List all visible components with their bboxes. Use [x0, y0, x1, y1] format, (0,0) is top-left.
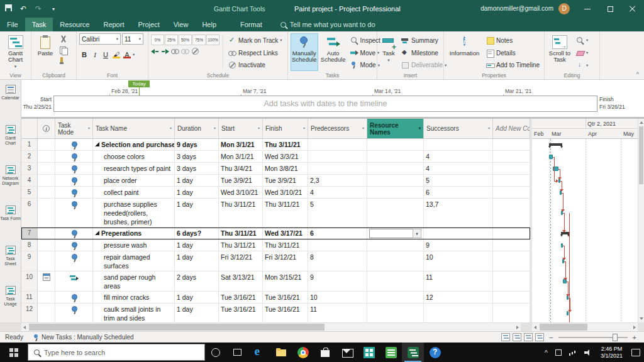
cell-task-name[interactable]: collect paint: [93, 187, 175, 198]
cell-resource-names[interactable]: [367, 163, 424, 174]
cell-task-name[interactable]: research types of paint: [93, 163, 175, 174]
cell-finish[interactable]: Tue 3/16/21: [263, 292, 308, 303]
cell-duration[interactable]: 3 days: [175, 151, 219, 162]
cell-task-mode[interactable]: [55, 199, 93, 227]
edge-icon[interactable]: [248, 343, 270, 362]
help-icon[interactable]: [424, 343, 446, 362]
minimize-button[interactable]: [576, 0, 599, 18]
cell-task-mode[interactable]: [55, 175, 93, 186]
cell-indicators[interactable]: [38, 272, 55, 291]
insert-deliverable-button[interactable]: Deliverable ▾: [399, 59, 448, 71]
cell-predecessors[interactable]: 10: [308, 292, 367, 303]
zoom-slider[interactable]: [558, 337, 628, 338]
gantt-chart-view-button[interactable]: Gantt Chart ▾: [3, 33, 28, 71]
cell-duration[interactable]: 1 day: [175, 251, 219, 271]
cell-predecessors[interactable]: 9: [308, 272, 367, 291]
outdent-task-icon[interactable]: [151, 47, 159, 55]
cell-predecessors[interactable]: [308, 151, 367, 162]
cell-add-new[interactable]: [493, 187, 530, 198]
cell-finish[interactable]: Mon 3/15/21: [263, 272, 308, 291]
cell-duration[interactable]: 6 days?: [175, 228, 219, 239]
cell-predecessors[interactable]: [308, 163, 367, 174]
status-view-team-planner-icon[interactable]: [524, 333, 533, 341]
unlink-tasks-icon[interactable]: [181, 47, 189, 55]
cell-successors[interactable]: 11: [424, 272, 493, 291]
cell-indicators[interactable]: [38, 239, 55, 251]
chevron-down-icon[interactable]: ▾: [133, 52, 135, 57]
tab-file[interactable]: File: [0, 18, 25, 31]
cell-resource-names[interactable]: [367, 304, 424, 322]
cell-successors[interactable]: 5: [424, 175, 493, 186]
project-icon[interactable]: [402, 343, 424, 362]
copy-icon[interactable]: [58, 45, 69, 55]
cell-add-new[interactable]: [493, 175, 530, 186]
split-task-icon[interactable]: [191, 47, 199, 55]
paste-button[interactable]: Paste: [34, 33, 57, 71]
cell-start[interactable]: Mon 3/1/21: [219, 139, 263, 150]
cell-duration[interactable]: 1 day: [175, 292, 219, 303]
save-icon[interactable]: [4, 4, 13, 13]
row-number[interactable]: 6: [21, 199, 38, 227]
cell-resource-names[interactable]: [367, 175, 424, 186]
cell-task-mode[interactable]: [55, 163, 93, 174]
row-number[interactable]: 9: [21, 251, 38, 271]
taskbar-search-input[interactable]: Type here to search: [28, 344, 205, 361]
row-number[interactable]: 1: [21, 139, 38, 150]
scroll-left-icon[interactable]: [23, 326, 26, 329]
tab-help[interactable]: Help: [195, 18, 223, 31]
row-number[interactable]: 7: [21, 228, 38, 239]
cell-finish[interactable]: Wed 3/3/21: [263, 151, 308, 162]
cell-finish[interactable]: Fri 3/12/21: [263, 251, 308, 271]
tab-format[interactable]: Format: [233, 18, 269, 31]
mark-on-track-button[interactable]: Mark on Track ▾: [226, 35, 284, 47]
table-horizontal-scrollbar[interactable]: [21, 322, 521, 331]
cell-successors[interactable]: 12: [424, 292, 493, 303]
cell-finish[interactable]: Mon 3/8/21: [263, 163, 308, 174]
scroll-down-icon[interactable]: [640, 317, 643, 320]
zoom-slider-thumb[interactable]: [613, 334, 618, 341]
cell-indicators[interactable]: [38, 251, 55, 271]
row-number[interactable]: 11: [21, 292, 38, 303]
scroll-right-icon[interactable]: [516, 326, 519, 329]
column-header-resource-names[interactable]: Resource Names▾: [367, 119, 424, 138]
font-size-select[interactable]: 11 ▾: [122, 33, 143, 45]
cell-predecessors[interactable]: [308, 239, 367, 251]
cell-start[interactable]: Sat 3/13/21: [219, 272, 263, 291]
cell-task-name[interactable]: caulk small joints in trim and sides: [93, 304, 175, 322]
manually-schedule-button[interactable]: Manually Schedule: [291, 33, 318, 71]
undo-icon[interactable]: ↶: [19, 4, 28, 13]
cell-task-mode[interactable]: [55, 304, 93, 322]
cell-predecessors[interactable]: 4: [308, 187, 367, 198]
cell-start[interactable]: Tue 3/16/21: [219, 304, 263, 322]
row-number[interactable]: 10: [21, 272, 38, 291]
cell-finish[interactable]: Wed 3/17/21: [263, 228, 308, 239]
cell-start[interactable]: Fri 3/12/21: [219, 251, 263, 271]
cell-add-new[interactable]: [493, 239, 530, 251]
cell-successors[interactable]: [424, 304, 493, 322]
cell-resource-names[interactable]: [367, 251, 424, 271]
speaker-icon[interactable]: [580, 343, 596, 362]
insert-summary-button[interactable]: Summary: [399, 35, 448, 47]
add-to-timeline-button[interactable]: Add to Timeline: [484, 59, 541, 71]
cell-add-new[interactable]: [493, 251, 530, 271]
cell-resource-names[interactable]: [367, 139, 424, 150]
cell-predecessors[interactable]: 6: [308, 228, 367, 239]
cell-duration[interactable]: 9 days: [175, 139, 219, 150]
cell-duration[interactable]: 1 day: [175, 175, 219, 186]
cell-predecessors[interactable]: 8: [308, 251, 367, 271]
background-color-button[interactable]: 🖌: [111, 49, 121, 60]
indent-task-icon[interactable]: [161, 47, 169, 55]
start-button[interactable]: [0, 343, 28, 362]
new-tasks-mode-button[interactable]: New Tasks : Manually Scheduled: [33, 334, 134, 341]
cortana-button[interactable]: [205, 343, 226, 362]
clear-button[interactable]: ▾: [574, 47, 590, 58]
row-number[interactable]: 2: [21, 151, 38, 162]
cell-resource-names[interactable]: [367, 292, 424, 303]
cell-duration[interactable]: 1 day: [175, 187, 219, 198]
status-view-resource-sheet-icon[interactable]: [535, 333, 544, 341]
restore-button[interactable]: [599, 0, 621, 18]
cell-indicators[interactable]: [38, 304, 55, 322]
cell-task-mode[interactable]: [55, 151, 93, 162]
file-explorer-icon[interactable]: [270, 343, 292, 362]
information-button[interactable]: i Information: [447, 33, 482, 71]
